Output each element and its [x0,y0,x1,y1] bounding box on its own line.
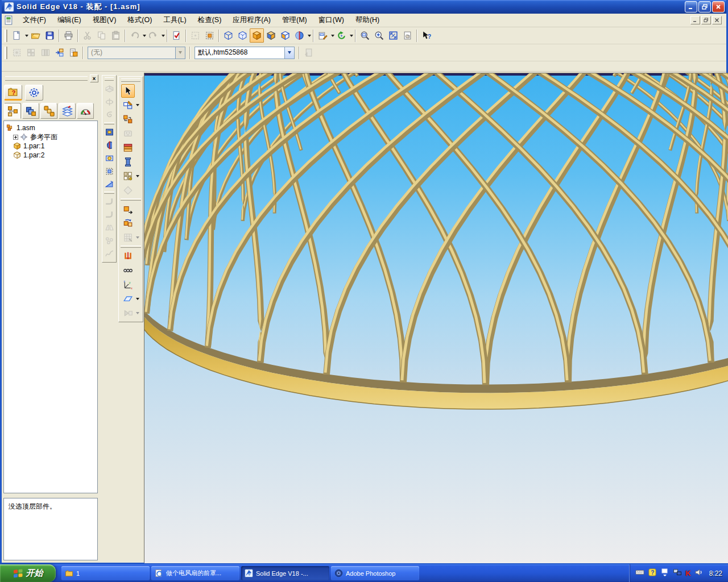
pattern-button-dropdown-icon[interactable] [136,175,139,177]
pattern-button[interactable] [119,169,143,183]
alternate-assemblies-tab[interactable] [40,103,57,119]
sketch-button[interactable] [119,98,143,112]
kaspersky-tray-icon[interactable]: K [685,569,690,577]
edgebar-header[interactable]: × [3,74,98,83]
hole-button[interactable] [103,152,115,164]
save-button[interactable] [43,28,57,43]
menu-item-3[interactable]: 视图(V) [87,14,122,27]
toolbar-grip[interactable] [105,77,114,81]
open-button[interactable] [28,28,43,43]
zoom-button[interactable] [372,28,386,43]
rotate-view-button-dropdown-icon[interactable] [350,35,353,37]
menu-item-2[interactable]: 编辑(E) [52,14,87,27]
wireframe-view-button[interactable] [221,28,235,43]
chamfer-button[interactable] [103,178,115,190]
assembly-pathfinder-tab[interactable] [4,103,21,119]
sketch-button-dropdown-icon[interactable] [136,104,139,106]
reference-plane-button[interactable] [119,292,143,306]
section-view-button-dropdown-icon[interactable] [308,35,311,37]
tree-item[interactable]: 参考平面 [5,132,96,142]
menu-item-10[interactable]: 帮助(H) [350,14,385,27]
restore-button[interactable] [698,1,711,13]
expand-icon[interactable] [13,135,18,140]
modeling-viewport[interactable] [144,73,728,563]
sensors-tab[interactable] [77,103,94,119]
shaded-with-edges-button[interactable] [264,28,278,43]
menu-item-9[interactable]: 窗口(W) [313,14,350,27]
help-library-tab[interactable]: ? [4,85,22,101]
configurations-button[interactable] [67,45,81,60]
relationships-button[interactable] [119,263,143,277]
options-tab[interactable] [25,85,43,101]
fit-view-button[interactable] [386,28,400,43]
document-icon[interactable] [4,15,14,25]
validate-document-button[interactable] [169,28,184,43]
svg-text:?: ? [12,89,16,96]
network-tray-icon[interactable] [673,568,682,579]
assemble-button[interactable] [119,112,143,126]
taskbar-item[interactable]: Solid Edge V18 -... [241,566,329,580]
parts-library-tab[interactable] [22,103,39,119]
select-tool-button[interactable] [119,84,143,98]
configuration-combo[interactable]: 默认,htm525868 [195,47,295,59]
swept-cutout-button[interactable] [103,165,115,177]
input-method-tray-icon[interactable]: ? [648,568,657,579]
configuration-combo-dropdown-icon[interactable] [284,47,294,59]
rotate-view-button[interactable] [334,28,349,43]
new-document-button[interactable] [10,28,24,43]
edgebar-grip[interactable] [5,76,88,81]
shaded-view-button[interactable] [250,28,264,43]
coordinate-system-button[interactable]: zxy [119,277,143,292]
previous-view-button[interactable] [400,28,415,43]
cutout-button[interactable] [103,126,115,138]
toolbar-grip[interactable] [121,78,140,82]
taskbar-item[interactable]: 1 [61,566,150,580]
start-button[interactable]: 开始 [0,564,56,582]
drag-part-button[interactable] [119,202,143,216]
edgebar-close-icon[interactable]: × [90,74,98,82]
zoom-area-button[interactable] [358,28,372,43]
toolbar-grip[interactable] [5,47,7,59]
print-button[interactable] [61,28,76,43]
section-view-button[interactable] [292,28,307,43]
close-button[interactable] [712,1,725,13]
toolbar-grip[interactable] [5,30,7,42]
reference-plane-button-dropdown-icon[interactable] [136,298,139,300]
menu-item-4[interactable]: 格式(O) [122,14,158,27]
title-bar[interactable]: Solid Edge V18 - 装配 - [1.asm] [2,0,726,14]
system-tray: ?K8:22 [629,564,728,582]
mdi-minimize-button[interactable] [690,16,700,24]
menu-item-8[interactable]: 管理(M) [276,14,313,27]
assembly-pathfinder-tree[interactable]: 1.asm参考平面1.par:11.par:2 [3,120,98,493]
named-views-button[interactable] [316,28,330,43]
layers-tab[interactable] [59,103,76,119]
toolbar-separator [299,47,300,59]
volume-tray-icon[interactable] [694,568,704,579]
taskbar-item[interactable]: 做个电风扇的前罩... [151,566,239,580]
menu-item-5[interactable]: 工具(L) [158,14,192,27]
revolved-cutout-button[interactable] [103,139,115,151]
tree-item[interactable]: 1.par:2 [5,151,96,160]
hidden-edge-view-button[interactable] [235,28,250,43]
fastener-system-button[interactable] [119,140,143,155]
minimize-button[interactable] [685,1,697,13]
clamp-button[interactable] [119,249,143,263]
mdi-close-button[interactable] [712,16,722,24]
mdi-restore-button[interactable] [701,16,711,24]
replace-part-button[interactable] [119,216,143,230]
menu-item-6[interactable]: 检查(S) [192,14,228,27]
tree-item[interactable]: 1.par:1 [5,142,96,151]
select-overlapping-button[interactable] [202,28,217,43]
restore-tray-icon[interactable] [660,568,669,579]
shaded-soft-button[interactable] [278,28,292,43]
move-orange-icon [121,202,135,216]
menu-item-1[interactable]: 文件(F) [17,14,52,27]
menu-item-7[interactable]: 应用程序(A) [227,14,276,27]
vt-blue-box-icon [105,127,114,137]
taskbar-item[interactable]: Adobe Photoshop [331,566,419,580]
activate-parts-button[interactable] [52,45,67,60]
help-pointer-button[interactable]: ? [419,28,433,43]
keyboard-tray-icon[interactable] [635,568,644,579]
insert-column-button[interactable] [119,155,143,169]
tree-item[interactable]: 1.asm [5,123,96,132]
